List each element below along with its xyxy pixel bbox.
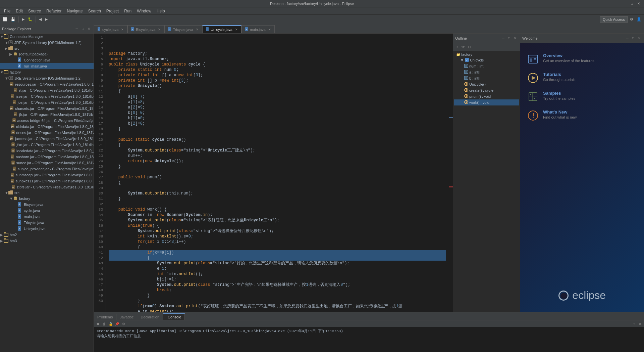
pkg-tree-item[interactable]: ▶hm3: [0, 238, 94, 244]
outline-item[interactable]: num : int: [454, 63, 519, 69]
pkg-tree-item[interactable]: ▼src: [0, 190, 94, 195]
minimize-button[interactable]: —: [623, 1, 628, 6]
pkg-tree-item[interactable]: JConnection.java: [0, 57, 94, 63]
menu-item-project[interactable]: Project: [104, 8, 121, 14]
pkg-tree-item[interactable]: ▼factory: [0, 195, 94, 202]
pkg-tree-item[interactable]: JTricycle.java: [0, 220, 94, 226]
code-line[interactable]: [109, 202, 446, 207]
code-line[interactable]: e=in.nextInt();: [109, 309, 446, 312]
code-line[interactable]: private final int [] a =new int[3];: [109, 73, 446, 78]
code-line[interactable]: }: [109, 196, 446, 202]
code-line[interactable]: System.out.print(class="string">"Unicycl…: [109, 148, 446, 153]
welcome-maximize[interactable]: □: [631, 36, 636, 41]
tab-close-button[interactable]: ✕: [158, 28, 161, 31]
pkg-tree-item[interactable]: ▼factory: [0, 69, 94, 75]
code-line[interactable]: public static cycle create(): [109, 137, 446, 142]
welcome-close[interactable]: ✕: [637, 36, 642, 41]
code-line[interactable]: b[2]=0;: [109, 121, 446, 126]
pkg-tree-item[interactable]: ▶src: [0, 46, 94, 51]
pkg-tree-item[interactable]: jarjfr.jar - C:\Program Files\Java\jre1.…: [0, 112, 94, 118]
editor-tab-Tricycle-java[interactable]: JTricycle.java✕: [164, 25, 202, 33]
quick-access-button[interactable]: Quick Access: [600, 16, 628, 23]
pkg-tree-item[interactable]: ▼JRE System Library [OSGi/Minimum-1.2]: [0, 75, 94, 81]
toolbar-back[interactable]: ◀: [38, 16, 43, 22]
code-line[interactable]: public class Unicycle implements cycle {: [109, 62, 446, 67]
code-line[interactable]: if(e==0) System.out.print("表好旺旺，您所要的产品表工…: [109, 304, 446, 309]
pkg-tree-item[interactable]: jarsunmscapi.jar - C:\Program Files\Java…: [0, 172, 94, 178]
code-lines[interactable]: package factory;import java.util.Scanner…: [106, 34, 449, 312]
pkg-tree-item[interactable]: jarsunpkcs11.jar - C:\Program Files\Java…: [0, 178, 94, 184]
code-line[interactable]: System.out.print(class="string">"生产完毕：\n…: [109, 282, 446, 288]
pkg-tree-item[interactable]: jarresources.jar - C:\Program Files\Java…: [0, 81, 94, 87]
console-settings[interactable]: ⚙: [121, 321, 126, 326]
outline-minimize[interactable]: ─: [500, 36, 506, 41]
pkg-tree-item[interactable]: ▼ConnectionManager: [0, 34, 94, 40]
pkg-tree-item[interactable]: jarjce.jar - C:\Program Files\Java\jre1.…: [0, 99, 94, 105]
pkg-tree-item[interactable]: Jmain.java: [0, 214, 94, 220]
code-line[interactable]: public void work() {: [109, 207, 446, 212]
tab-close-button[interactable]: ✕: [268, 28, 271, 31]
editor-tab-cycle-java[interactable]: Jcycle.java✕: [94, 25, 127, 33]
pkg-tree-item[interactable]: jarcldrdata.jar - C:\Program Files\Java\…: [0, 124, 94, 130]
outline-item[interactable]: Unicycle(): [454, 81, 519, 87]
code-line[interactable]: System.out.print(class="string">"表好旺旺，您是…: [109, 218, 446, 223]
editor-tab-Unicycle-java[interactable]: JUnicycle.java✕: [202, 25, 241, 33]
pkg-tree-item[interactable]: jarjfxrt.jar - C:\Program Files\Java\jre…: [0, 142, 94, 148]
code-line[interactable]: b[i]+=l;: [109, 277, 446, 282]
code-line[interactable]: private Unicycle(): [109, 83, 446, 89]
toolbar-run[interactable]: ▶: [20, 16, 26, 22]
code-line[interactable]: num++;: [109, 153, 446, 159]
pkg-tree-item[interactable]: jarsunjce_provider.jar - C:\Program File…: [0, 166, 94, 172]
welcome-item-samples[interactable]: SamplesTry out the samples: [527, 91, 575, 103]
pkg-tree-item[interactable]: jarcharsets.jar - C:\Program Files\Java\…: [0, 105, 94, 112]
code-line[interactable]: System.out.print(class="string">"请选择座位号并…: [109, 228, 446, 234]
menu-item-window[interactable]: Window: [134, 8, 154, 14]
code-line[interactable]: [109, 132, 446, 137]
toolbar-debug[interactable]: 🐛: [26, 16, 34, 22]
code-line[interactable]: package factory;: [109, 51, 446, 56]
bottom-tab-problems[interactable]: Problems: [94, 314, 116, 320]
code-line[interactable]: }: [109, 126, 446, 132]
code-line[interactable]: {: [109, 89, 446, 94]
console-content[interactable]: <terminated> main [Java Application] C:\…: [94, 327, 644, 352]
outline-maximize[interactable]: □: [506, 36, 512, 41]
outline-hide[interactable]: 👁: [461, 44, 466, 50]
toolbar-icon2[interactable]: 👤: [635, 16, 643, 22]
code-line[interactable]: e=1;: [109, 266, 446, 271]
menu-item-run[interactable]: Run: [121, 8, 134, 14]
code-line[interactable]: if(k==a[i]): [109, 250, 446, 255]
tab-close-button[interactable]: ✕: [196, 28, 199, 31]
pkg-tree-item[interactable]: jardnsns.jar - C:\Program Files\Java\jre…: [0, 130, 94, 136]
editor-scrollbar[interactable]: [449, 34, 453, 312]
code-line[interactable]: a[0]=7;: [109, 94, 446, 99]
code-line[interactable]: import java.util.Scanner;: [109, 56, 446, 62]
code-line[interactable]: {: [109, 142, 446, 148]
menu-item-refactor[interactable]: Refactor: [44, 8, 64, 14]
code-line[interactable]: private static int num=0;: [109, 67, 446, 73]
pkg-tree-item[interactable]: jarlocaledata.jar - C:\Program Files\Jav…: [0, 148, 94, 154]
pkg-tree-item[interactable]: ▶(default package): [0, 51, 94, 57]
code-line[interactable]: System.out.print(this.num);: [109, 191, 446, 196]
outline-item[interactable]: b : int[]: [454, 75, 519, 81]
code-line[interactable]: }: [109, 164, 446, 169]
editor-tab-Bicycle-java[interactable]: JBicycle.java✕: [127, 25, 164, 33]
menu-item-help[interactable]: Help: [154, 8, 168, 14]
outline-sort[interactable]: ↕: [454, 44, 460, 50]
bottom-tab-console[interactable]: Console: [163, 313, 185, 320]
code-line[interactable]: a[2]=9;: [109, 105, 446, 110]
code-line[interactable]: [109, 169, 446, 175]
code-line[interactable]: while(true) {: [109, 223, 446, 228]
console-close[interactable]: ✕: [637, 321, 643, 326]
code-line[interactable]: {: [109, 255, 446, 261]
console-pin[interactable]: 📌: [114, 321, 120, 326]
console-clear[interactable]: 🗑: [102, 321, 107, 326]
code-content[interactable]: 1234567891011121314151617181920212223242…: [94, 34, 453, 312]
outline-item[interactable]: work() : void: [454, 99, 519, 105]
code-line[interactable]: for(int i=0;i<3;i++): [109, 239, 446, 245]
code-line[interactable]: {: [109, 180, 446, 185]
welcome-minimize[interactable]: ─: [625, 36, 630, 41]
bottom-tab-declaration[interactable]: Declaration: [137, 314, 163, 320]
code-line[interactable]: System.out.print(class="string">"好的，您选生产…: [109, 261, 446, 266]
outline-collapse[interactable]: ⊟: [467, 44, 472, 50]
code-line[interactable]: int l=in.nextInt();: [109, 271, 446, 277]
